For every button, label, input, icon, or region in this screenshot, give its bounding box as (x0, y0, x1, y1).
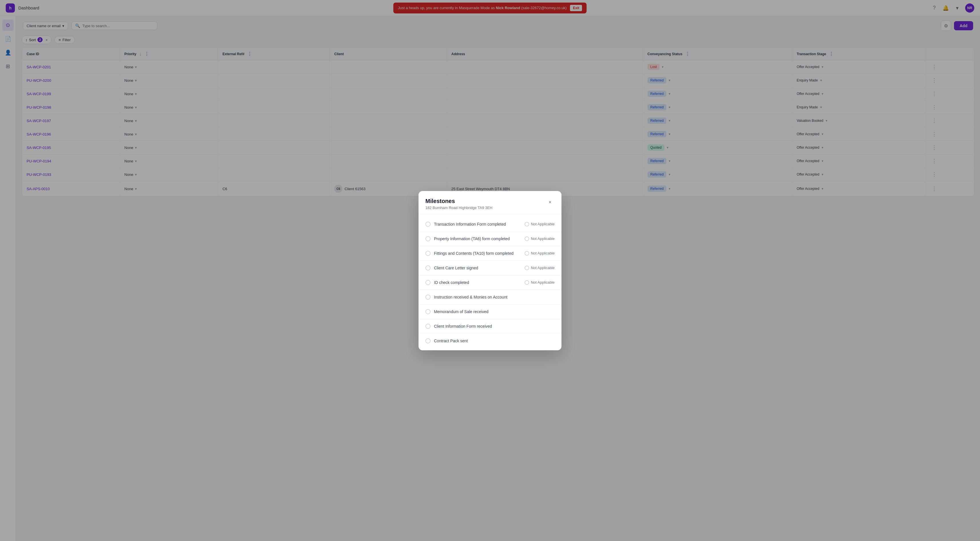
milestone-label: Contract Pack sent (434, 339, 468, 343)
milestone-checkbox[interactable] (425, 338, 431, 344)
milestone-label: Fittings and Contents (TA10) form comple… (434, 251, 514, 256)
milestone-right: Not Applicable (525, 266, 555, 270)
milestones-modal: Milestones 182 Burnham Road Highbridge T… (418, 191, 562, 350)
milestone-item[interactable]: Contract Pack sent (418, 334, 562, 348)
not-applicable: Not Applicable (525, 280, 555, 285)
na-label: Not Applicable (531, 237, 555, 241)
not-applicable: Not Applicable (525, 251, 555, 256)
milestone-left: Contract Pack sent (425, 338, 468, 344)
milestone-item[interactable]: Client Care Letter signed Not Applicable (418, 261, 562, 275)
milestone-left: Instruction received & Monies on Account (425, 294, 508, 300)
milestone-label: Memorandum of Sale received (434, 309, 488, 314)
milestone-label: Instruction received & Monies on Account (434, 295, 508, 299)
na-radio[interactable] (525, 222, 529, 226)
milestone-checkbox[interactable] (425, 309, 431, 314)
na-label: Not Applicable (531, 251, 555, 255)
modal-overlay[interactable]: Milestones 182 Burnham Road Highbridge T… (16, 16, 980, 541)
milestone-item[interactable]: Property Information (TA6) form complete… (418, 232, 562, 246)
modal-body: Transaction Information Form completed N… (418, 215, 562, 350)
app-layout: ⊙ 📄 👤 ⊞ Client name or email ▾ 🔍 ⚙ Add (0, 16, 980, 541)
modal-title: Milestones (425, 198, 492, 204)
na-label: Not Applicable (531, 280, 555, 285)
milestone-item[interactable]: Instruction received & Monies on Account (418, 290, 562, 304)
milestone-label: Client Information Form received (434, 324, 492, 329)
na-label: Not Applicable (531, 266, 555, 270)
milestone-left: Property Information (TA6) form complete… (425, 236, 510, 241)
na-radio[interactable] (525, 251, 529, 256)
milestone-checkbox[interactable] (425, 236, 431, 241)
milestone-item[interactable]: Fittings and Contents (TA10) form comple… (418, 246, 562, 261)
milestone-right: Not Applicable (525, 222, 555, 226)
milestone-checkbox[interactable] (425, 221, 431, 227)
modal-header: Milestones 182 Burnham Road Highbridge T… (418, 191, 562, 215)
milestone-left: Client Care Letter signed (425, 265, 478, 270)
na-radio[interactable] (525, 280, 529, 285)
na-radio[interactable] (525, 237, 529, 241)
milestone-item[interactable]: ID check completed Not Applicable (418, 275, 562, 290)
milestone-right: Not Applicable (525, 251, 555, 256)
milestone-left: Transaction Information Form completed (425, 221, 506, 227)
na-label: Not Applicable (531, 222, 555, 226)
milestone-right: Not Applicable (525, 237, 555, 241)
milestone-left: Client Information Form received (425, 324, 492, 329)
milestone-label: Client Care Letter signed (434, 266, 478, 270)
milestone-left: Fittings and Contents (TA10) form comple… (425, 251, 514, 256)
milestone-checkbox[interactable] (425, 265, 431, 270)
milestone-label: Property Information (TA6) form complete… (434, 237, 510, 241)
modal-subtitle: 182 Burnham Road Highbridge TA9 3EH (425, 205, 492, 210)
milestone-item[interactable]: Transaction Information Form completed N… (418, 217, 562, 232)
milestone-checkbox[interactable] (425, 324, 431, 329)
milestone-checkbox[interactable] (425, 251, 431, 256)
not-applicable: Not Applicable (525, 266, 555, 270)
milestone-label: Transaction Information Form completed (434, 222, 506, 226)
milestone-checkbox[interactable] (425, 280, 431, 285)
milestone-left: ID check completed (425, 280, 469, 285)
not-applicable: Not Applicable (525, 237, 555, 241)
na-radio[interactable] (525, 266, 529, 270)
milestone-item[interactable]: Memorandum of Sale received (418, 304, 562, 319)
milestone-item[interactable]: Client Information Form received (418, 319, 562, 334)
main-content: Client name or email ▾ 🔍 ⚙ Add ↕ Sort 2 (16, 16, 980, 541)
not-applicable: Not Applicable (525, 222, 555, 226)
milestone-right: Not Applicable (525, 280, 555, 285)
modal-header-text: Milestones 182 Burnham Road Highbridge T… (425, 198, 492, 210)
milestone-left: Memorandum of Sale received (425, 309, 488, 314)
modal-close-button[interactable]: × (546, 198, 555, 207)
milestone-checkbox[interactable] (425, 294, 431, 300)
milestone-label: ID check completed (434, 280, 469, 285)
